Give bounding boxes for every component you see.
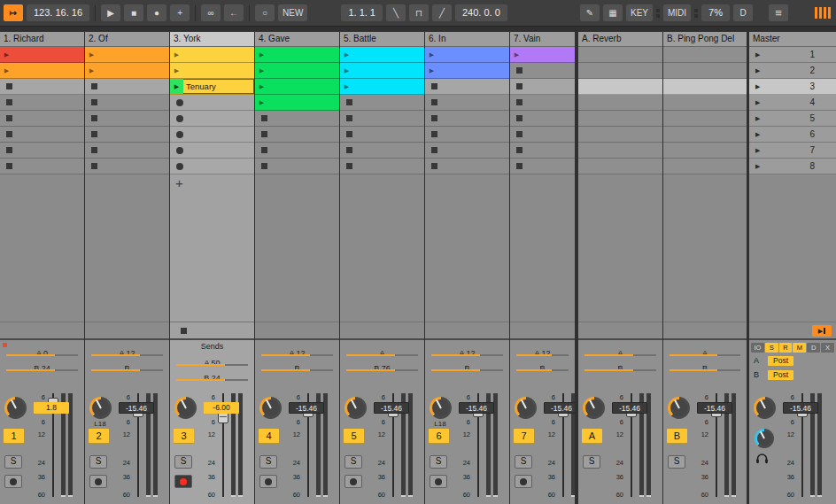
stop-button[interactable]: ■ (124, 4, 143, 21)
arm-button[interactable] (259, 475, 277, 488)
clip-stop-button[interactable] (91, 131, 97, 137)
clip-slot[interactable] (85, 143, 169, 159)
loop-button[interactable]: ⊓ (409, 4, 429, 21)
key-map-button[interactable]: KEY (626, 4, 653, 21)
track-header[interactable]: 4. Gave (255, 32, 339, 47)
solo-button[interactable]: S (515, 455, 532, 469)
send-slider[interactable]: A 12 (431, 344, 503, 357)
clip-slot[interactable]: ▶ (85, 47, 169, 63)
scene-slot[interactable]: ▶6 (749, 127, 836, 143)
track-number-button[interactable]: B (667, 429, 687, 444)
send-slider[interactable]: B (516, 359, 569, 372)
clip-slot[interactable] (510, 143, 575, 159)
clip-slot[interactable]: ▶ (425, 63, 509, 79)
solo-button[interactable]: S (4, 455, 22, 469)
pan-knob[interactable] (344, 397, 367, 419)
clip-slot[interactable]: ▶ (510, 47, 575, 63)
scene-launch-button[interactable]: ▶ (755, 131, 760, 138)
track-number-button[interactable]: 1 (4, 429, 24, 444)
clip-slot[interactable] (425, 111, 509, 127)
clip-slot[interactable] (170, 143, 254, 159)
clip-slot[interactable] (85, 111, 169, 127)
track-header[interactable]: B. Ping Pong Del (663, 32, 747, 47)
clip-slot[interactable]: ▶ (85, 63, 169, 79)
clip-stop-button[interactable] (261, 131, 267, 137)
solo-button[interactable]: S (344, 455, 362, 469)
send-slider[interactable]: B (431, 359, 503, 372)
arm-button[interactable] (515, 475, 532, 488)
automation-arm-button[interactable]: + (170, 4, 190, 21)
link-button[interactable]: ∞ (201, 4, 221, 21)
clip-launch-button[interactable]: ▶ (425, 47, 438, 62)
track-header[interactable]: 1. Richard (0, 32, 84, 47)
track-number-button[interactable]: 2 (89, 429, 109, 444)
clip-slot[interactable] (510, 95, 575, 111)
clip-slot[interactable] (510, 127, 575, 143)
clip-slot[interactable]: ▶ (340, 63, 424, 79)
clip-launch-button[interactable]: ▶ (255, 47, 268, 62)
scene-slot[interactable]: ▶4 (749, 95, 836, 111)
pan-knob[interactable] (259, 397, 282, 419)
track-header[interactable]: Master (749, 32, 836, 47)
clip-stop-button[interactable] (346, 115, 352, 121)
volume-display[interactable]: -15.46 (612, 402, 647, 414)
toggle-d[interactable]: D (807, 343, 820, 353)
clip-slot[interactable] (425, 159, 509, 174)
clip-stop-button[interactable] (6, 83, 12, 89)
clip-slot[interactable] (510, 63, 575, 79)
clip-launch-button[interactable]: ▶ (340, 47, 353, 62)
clip-slot[interactable]: ▶ (340, 47, 424, 63)
clip-launch-button[interactable]: ▶ (170, 79, 183, 94)
clip-stop-button[interactable] (431, 83, 437, 89)
clip-slot[interactable] (85, 79, 169, 95)
clip-launch-button[interactable]: ▶ (0, 63, 13, 78)
clip-stop-button[interactable] (346, 147, 352, 153)
clip-slot[interactable]: ▶ (255, 47, 339, 63)
scene-slot[interactable]: ▶1 (749, 47, 836, 63)
scene-launch-button[interactable]: ▶ (755, 67, 760, 74)
clip-launch-button[interactable]: ▶ (425, 63, 438, 78)
clip-slot[interactable] (0, 111, 84, 127)
solo-button[interactable]: S (259, 455, 277, 469)
clip-slot[interactable]: ▶ (255, 79, 339, 95)
computer-midi-keyboard-button[interactable]: ▦ (603, 4, 623, 21)
scene-launch-button[interactable]: ▶ (755, 83, 760, 90)
pan-knob[interactable] (668, 397, 690, 419)
scene-launch-button[interactable]: ▶ (755, 147, 760, 154)
track-header[interactable]: 6. In (425, 32, 509, 47)
follow-button[interactable]: ↦ (4, 4, 23, 21)
clip-slot[interactable] (340, 159, 424, 174)
track-number-button[interactable]: 6 (429, 429, 449, 444)
clip-slot[interactable] (340, 143, 424, 159)
pan-knob[interactable] (583, 397, 605, 419)
clip-slot[interactable]: ▶Tenuary (170, 79, 254, 95)
clip-slot[interactable] (340, 95, 424, 111)
clip-slot[interactable] (170, 127, 254, 143)
solo-button[interactable]: S (174, 455, 192, 469)
clip-slot[interactable] (85, 127, 169, 143)
clip-slot[interactable] (340, 127, 424, 143)
send-slider[interactable]: A (584, 344, 656, 357)
clip-slot[interactable] (255, 143, 339, 159)
punch-out-button[interactable]: ╱ (432, 4, 452, 21)
clip-launch-button[interactable]: ▶ (170, 63, 183, 78)
scene-slot[interactable]: ▶8 (749, 159, 836, 174)
clip-stop-button[interactable] (91, 163, 97, 169)
clip-launch-button[interactable]: ▶ (255, 79, 268, 94)
clip-stop-button[interactable] (431, 163, 437, 169)
punch-in-button[interactable]: ╲ (386, 4, 406, 21)
clip-slot[interactable]: ▶ (0, 63, 84, 79)
send-slider[interactable]: B (91, 359, 163, 372)
pan-knob[interactable] (515, 397, 537, 419)
clip-stop-button[interactable] (346, 99, 352, 105)
solo-button[interactable]: S (430, 455, 447, 469)
clip-slot[interactable]: ▶ (255, 95, 339, 111)
clip-slot[interactable]: ▶ (170, 63, 254, 79)
clip-slot[interactable] (170, 159, 254, 174)
arm-button[interactable] (89, 475, 107, 488)
send-slider[interactable]: A 12 (516, 344, 569, 357)
volume-display[interactable]: -15.46 (289, 402, 324, 414)
clip-record-button[interactable] (176, 163, 183, 170)
send-slider[interactable]: B 24 (176, 368, 248, 382)
clip-slot[interactable] (0, 143, 84, 159)
